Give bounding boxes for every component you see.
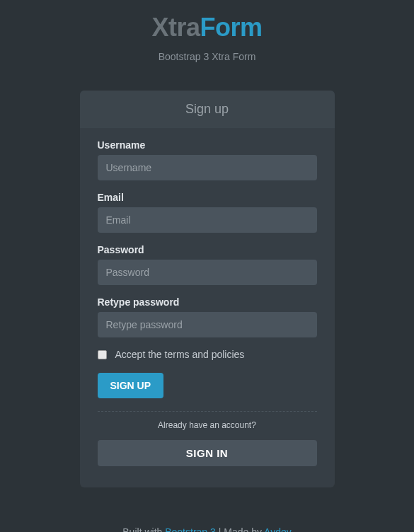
panel-heading: Sign up bbox=[80, 91, 335, 128]
password-input[interactable] bbox=[98, 260, 317, 285]
username-label: Username bbox=[98, 139, 317, 151]
signup-button[interactable]: SIGN UP bbox=[98, 373, 164, 398]
bootstrap-link[interactable]: Bootstrap 3 bbox=[165, 526, 216, 532]
panel-body: Username Email Password Retype password … bbox=[80, 128, 335, 487]
footer-built-with: Built with bbox=[122, 526, 165, 532]
email-group: Email bbox=[98, 192, 317, 233]
footer: Built with Bootstrap 3 | Made by Aydev bbox=[0, 526, 414, 532]
terms-label: Accept the terms and policies bbox=[115, 349, 245, 360]
already-have-account-text: Already have an account? bbox=[98, 420, 317, 430]
terms-group: Accept the terms and policies bbox=[98, 349, 317, 360]
subtitle: Bootstrap 3 Xtra Form bbox=[0, 51, 414, 62]
email-input[interactable] bbox=[98, 207, 317, 233]
username-group: Username bbox=[98, 139, 317, 180]
retype-input[interactable] bbox=[98, 312, 317, 337]
username-input[interactable] bbox=[98, 155, 317, 180]
logo-suffix: Form bbox=[200, 13, 263, 42]
signup-panel: Sign up Username Email Password Retype p… bbox=[80, 91, 335, 487]
footer-separator: | Made by bbox=[216, 526, 264, 532]
author-link[interactable]: Aydev bbox=[264, 526, 292, 532]
password-label: Password bbox=[98, 244, 317, 255]
password-group: Password bbox=[98, 244, 317, 285]
logo-prefix: Xtra bbox=[151, 13, 200, 42]
divider bbox=[98, 411, 317, 412]
terms-checkbox[interactable] bbox=[98, 350, 107, 359]
email-label: Email bbox=[98, 192, 317, 203]
logo: XtraForm bbox=[0, 13, 414, 42]
page-header: XtraForm Bootstrap 3 Xtra Form bbox=[0, 0, 414, 62]
retype-group: Retype password bbox=[98, 296, 317, 337]
signin-button[interactable]: SIGN IN bbox=[98, 440, 317, 466]
retype-label: Retype password bbox=[98, 296, 317, 308]
